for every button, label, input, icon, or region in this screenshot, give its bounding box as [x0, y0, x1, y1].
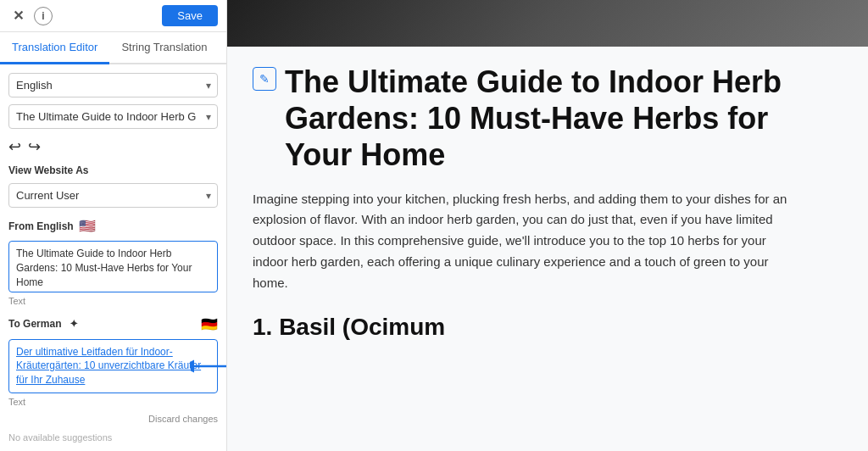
to-german-label: To German ✦ 🇩🇪 [8, 316, 218, 332]
language-select[interactable]: English [8, 73, 218, 97]
tabs-bar: Translation Editor String Translation [0, 32, 226, 64]
article-title: The Ultimate Guide to Indoor Herb Garden… [285, 64, 795, 174]
right-panel: ✎ The Ultimate Guide to Indoor Herb Gard… [227, 0, 868, 451]
view-website-label: View Website As [8, 164, 218, 176]
tab-string-translation[interactable]: String Translation [109, 32, 219, 64]
to-german-text[interactable]: Der ultimative Leitfaden für Indoor-Kräu… [8, 339, 218, 393]
nav-back-arrow[interactable]: ↩ [8, 137, 21, 156]
nav-arrows: ↩ ↪ [8, 136, 218, 158]
close-button[interactable]: ✕ [8, 7, 27, 25]
top-bar: ✕ i Save [0, 0, 226, 32]
to-german-field-type: Text [8, 397, 218, 407]
article-subheading: 1. Basil (Ocimum [253, 314, 795, 341]
panel-body: English The Ultimate Guide to Indoor Her… [0, 64, 226, 451]
from-english-label: From English 🇺🇸 [8, 218, 218, 234]
view-as-select[interactable]: Current User [8, 183, 218, 208]
left-panel: ✕ i Save Translation Editor String Trans… [0, 0, 227, 451]
no-suggestions-text: No available suggestions [8, 432, 218, 443]
save-button[interactable]: Save [162, 5, 218, 26]
english-flag: 🇺🇸 [79, 218, 96, 234]
tab-translation-editor[interactable]: Translation Editor [0, 32, 109, 64]
ai-icon[interactable]: ✦ [66, 316, 81, 331]
string-select-wrapper[interactable]: The Ultimate Guide to Indoor Herb Garden… [8, 104, 218, 129]
from-english-text: The Ultimate Guide to Indoor Herb Garden… [8, 241, 218, 292]
top-image [227, 0, 868, 47]
language-select-wrapper[interactable]: English [8, 73, 218, 97]
discard-changes-link[interactable]: Discard changes [148, 414, 218, 424]
discard-row: Discard changes [8, 414, 218, 424]
german-flag: 🇩🇪 [201, 316, 218, 332]
from-english-field-type: Text [8, 296, 218, 306]
article-content: ✎ The Ultimate Guide to Indoor Herb Gard… [227, 47, 821, 366]
top-image-overlay [227, 0, 868, 47]
german-text-container: Der ultimative Leitfaden für Indoor-Kräu… [8, 339, 218, 393]
view-as-select-wrapper[interactable]: Current User [8, 183, 218, 208]
string-select[interactable]: The Ultimate Guide to Indoor Herb Garden… [8, 104, 218, 129]
edit-title-button[interactable]: ✎ [253, 67, 276, 91]
article-body: Imagine stepping into your kitchen, pluc… [253, 189, 795, 294]
info-button[interactable]: i [34, 7, 53, 25]
nav-forward-arrow[interactable]: ↪ [28, 137, 41, 156]
arrow-indicator [191, 357, 226, 376]
article-title-box: ✎ The Ultimate Guide to Indoor Herb Gard… [253, 64, 795, 174]
